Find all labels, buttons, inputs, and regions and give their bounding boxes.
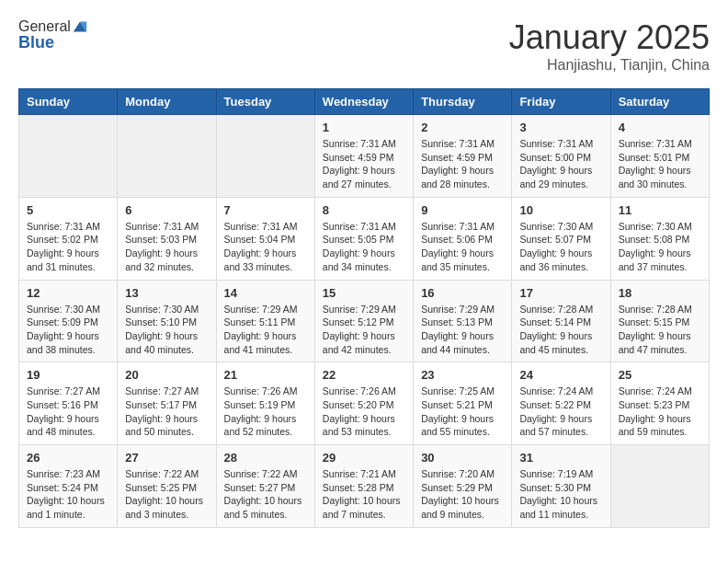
day-info: Sunrise: 7:23 AM Sunset: 5:24 PM Dayligh… — [27, 467, 109, 522]
day-info: Sunrise: 7:27 AM Sunset: 5:16 PM Dayligh… — [27, 385, 109, 439]
day-info: Sunrise: 7:29 AM Sunset: 5:13 PM Dayligh… — [421, 303, 504, 357]
logo: General Blue — [18, 18, 88, 52]
calendar-cell: 27Sunrise: 7:22 AM Sunset: 5:25 PM Dayli… — [118, 445, 216, 528]
logo-blue: Blue — [18, 33, 88, 52]
month-title: January 2025 — [509, 18, 710, 57]
day-number: 1 — [323, 121, 405, 134]
day-number: 25 — [619, 368, 701, 382]
day-number: 20 — [125, 368, 208, 382]
calendar-cell: 5Sunrise: 7:31 AM Sunset: 5:02 PM Daylig… — [19, 197, 118, 280]
calendar-cell: 13Sunrise: 7:30 AM Sunset: 5:10 PM Dayli… — [118, 280, 216, 362]
calendar-cell: 24Sunrise: 7:24 AM Sunset: 5:22 PM Dayli… — [512, 362, 610, 445]
calendar-week-2: 5Sunrise: 7:31 AM Sunset: 5:02 PM Daylig… — [19, 197, 710, 280]
calendar-cell: 30Sunrise: 7:20 AM Sunset: 5:29 PM Dayli… — [414, 445, 512, 528]
calendar-cell: 4Sunrise: 7:31 AM Sunset: 5:01 PM Daylig… — [610, 115, 709, 198]
day-info: Sunrise: 7:22 AM Sunset: 5:25 PM Dayligh… — [125, 467, 208, 522]
calendar-cell: 21Sunrise: 7:26 AM Sunset: 5:19 PM Dayli… — [216, 362, 314, 445]
day-info: Sunrise: 7:25 AM Sunset: 5:21 PM Dayligh… — [421, 385, 504, 439]
day-info: Sunrise: 7:31 AM Sunset: 5:00 PM Dayligh… — [519, 137, 602, 191]
day-number: 18 — [619, 286, 701, 300]
day-number: 12 — [27, 286, 109, 300]
calendar-cell: 22Sunrise: 7:26 AM Sunset: 5:20 PM Dayli… — [314, 362, 413, 445]
title-block: January 2025 Hanjiashu, Tianjin, China — [509, 18, 710, 74]
calendar-cell: 16Sunrise: 7:29 AM Sunset: 5:13 PM Dayli… — [414, 280, 512, 362]
day-number: 7 — [224, 203, 307, 217]
day-number: 17 — [519, 286, 602, 300]
day-number: 19 — [27, 368, 109, 382]
day-number: 15 — [323, 286, 405, 300]
day-number: 13 — [125, 286, 208, 300]
calendar-cell — [118, 115, 216, 198]
day-number: 5 — [27, 203, 109, 217]
day-info: Sunrise: 7:31 AM Sunset: 4:59 PM Dayligh… — [323, 137, 405, 191]
day-number: 6 — [125, 203, 208, 217]
calendar-cell — [216, 115, 314, 198]
day-number: 22 — [323, 368, 405, 382]
calendar-cell: 20Sunrise: 7:27 AM Sunset: 5:17 PM Dayli… — [118, 362, 216, 445]
day-number: 29 — [323, 451, 405, 465]
day-info: Sunrise: 7:31 AM Sunset: 5:02 PM Dayligh… — [27, 220, 109, 274]
day-info: Sunrise: 7:29 AM Sunset: 5:12 PM Dayligh… — [323, 303, 405, 357]
day-number: 11 — [619, 203, 701, 217]
calendar-week-1: 1Sunrise: 7:31 AM Sunset: 4:59 PM Daylig… — [19, 115, 710, 198]
day-info: Sunrise: 7:19 AM Sunset: 5:30 PM Dayligh… — [519, 467, 602, 522]
calendar-cell: 6Sunrise: 7:31 AM Sunset: 5:03 PM Daylig… — [118, 197, 216, 280]
calendar-body: 1Sunrise: 7:31 AM Sunset: 4:59 PM Daylig… — [19, 115, 710, 528]
weekday-friday: Friday — [512, 89, 610, 115]
calendar-cell: 7Sunrise: 7:31 AM Sunset: 5:04 PM Daylig… — [216, 197, 314, 280]
calendar-cell: 14Sunrise: 7:29 AM Sunset: 5:11 PM Dayli… — [216, 280, 314, 362]
day-number: 21 — [224, 368, 307, 382]
day-info: Sunrise: 7:20 AM Sunset: 5:29 PM Dayligh… — [421, 467, 504, 522]
day-info: Sunrise: 7:31 AM Sunset: 5:04 PM Dayligh… — [224, 220, 307, 274]
calendar-cell: 8Sunrise: 7:31 AM Sunset: 5:05 PM Daylig… — [314, 197, 413, 280]
day-number: 2 — [421, 121, 504, 134]
day-number: 31 — [519, 451, 602, 465]
day-number: 27 — [125, 451, 208, 465]
day-info: Sunrise: 7:30 AM Sunset: 5:10 PM Dayligh… — [125, 303, 208, 357]
calendar-cell: 3Sunrise: 7:31 AM Sunset: 5:00 PM Daylig… — [512, 115, 610, 198]
day-number: 3 — [519, 121, 602, 134]
day-info: Sunrise: 7:27 AM Sunset: 5:17 PM Dayligh… — [125, 385, 208, 439]
weekday-saturday: Saturday — [610, 89, 709, 115]
calendar-week-4: 19Sunrise: 7:27 AM Sunset: 5:16 PM Dayli… — [19, 362, 710, 445]
day-info: Sunrise: 7:28 AM Sunset: 5:14 PM Dayligh… — [519, 303, 602, 357]
day-info: Sunrise: 7:26 AM Sunset: 5:20 PM Dayligh… — [323, 385, 405, 439]
day-info: Sunrise: 7:28 AM Sunset: 5:15 PM Dayligh… — [619, 303, 701, 357]
calendar-cell: 31Sunrise: 7:19 AM Sunset: 5:30 PM Dayli… — [512, 445, 610, 528]
logo-icon — [72, 18, 88, 35]
calendar-cell: 18Sunrise: 7:28 AM Sunset: 5:15 PM Dayli… — [610, 280, 709, 362]
calendar-cell — [610, 445, 709, 528]
day-info: Sunrise: 7:31 AM Sunset: 5:06 PM Dayligh… — [421, 220, 504, 274]
day-info: Sunrise: 7:30 AM Sunset: 5:07 PM Dayligh… — [519, 220, 602, 274]
day-number: 4 — [619, 121, 701, 134]
weekday-tuesday: Tuesday — [216, 89, 314, 115]
day-info: Sunrise: 7:22 AM Sunset: 5:27 PM Dayligh… — [224, 467, 307, 522]
calendar-cell: 11Sunrise: 7:30 AM Sunset: 5:08 PM Dayli… — [610, 197, 709, 280]
weekday-thursday: Thursday — [414, 89, 512, 115]
calendar-cell: 10Sunrise: 7:30 AM Sunset: 5:07 PM Dayli… — [512, 197, 610, 280]
day-number: 30 — [421, 451, 504, 465]
weekday-wednesday: Wednesday — [314, 89, 413, 115]
calendar-cell: 25Sunrise: 7:24 AM Sunset: 5:23 PM Dayli… — [610, 362, 709, 445]
calendar-cell: 1Sunrise: 7:31 AM Sunset: 4:59 PM Daylig… — [314, 115, 413, 198]
calendar-week-5: 26Sunrise: 7:23 AM Sunset: 5:24 PM Dayli… — [19, 445, 710, 528]
calendar-cell: 2Sunrise: 7:31 AM Sunset: 4:59 PM Daylig… — [414, 115, 512, 198]
day-info: Sunrise: 7:30 AM Sunset: 5:08 PM Dayligh… — [619, 220, 701, 274]
weekday-monday: Monday — [118, 89, 216, 115]
day-info: Sunrise: 7:29 AM Sunset: 5:11 PM Dayligh… — [224, 303, 307, 357]
calendar-cell: 26Sunrise: 7:23 AM Sunset: 5:24 PM Dayli… — [19, 445, 118, 528]
day-number: 24 — [519, 368, 602, 382]
day-number: 8 — [323, 203, 405, 217]
day-info: Sunrise: 7:30 AM Sunset: 5:09 PM Dayligh… — [27, 303, 109, 357]
day-info: Sunrise: 7:21 AM Sunset: 5:28 PM Dayligh… — [323, 467, 405, 522]
day-info: Sunrise: 7:31 AM Sunset: 4:59 PM Dayligh… — [421, 137, 504, 191]
day-number: 26 — [27, 451, 109, 465]
day-number: 23 — [421, 368, 504, 382]
location: Hanjiashu, Tianjin, China — [509, 57, 710, 74]
day-number: 16 — [421, 286, 504, 300]
calendar-cell — [19, 115, 118, 198]
day-info: Sunrise: 7:24 AM Sunset: 5:22 PM Dayligh… — [519, 385, 602, 439]
calendar-cell: 23Sunrise: 7:25 AM Sunset: 5:21 PM Dayli… — [414, 362, 512, 445]
day-number: 10 — [519, 203, 602, 217]
calendar-table: SundayMondayTuesdayWednesdayThursdayFrid… — [18, 88, 710, 528]
